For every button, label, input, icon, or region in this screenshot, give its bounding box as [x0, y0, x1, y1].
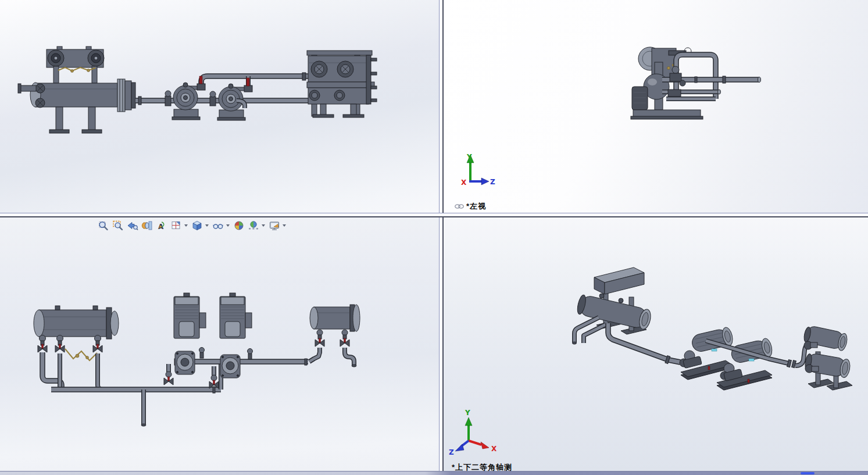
heat-exchanger-unit-plan	[34, 306, 119, 339]
pump-2-front	[217, 84, 248, 120]
zoom-to-area-icon	[112, 220, 124, 231]
view-settings-flyout-arrow[interactable]	[283, 224, 286, 227]
orientation-triad-dimetric: Y X Z	[449, 409, 497, 456]
previous-view-button[interactable]	[126, 219, 140, 233]
display-style-icon	[191, 220, 203, 231]
zoom-to-fit-icon	[98, 220, 109, 231]
hide-show-items-flyout-arrow[interactable]	[226, 224, 230, 227]
right-vessel-plan	[310, 305, 360, 347]
viewport-splitter-vertical[interactable]	[439, 0, 444, 475]
dimetric-view-model: Y X Z	[444, 217, 868, 475]
viewport-splitter-horizontal[interactable]	[0, 213, 868, 217]
left-view-model: X Y Z	[444, 0, 868, 213]
viewport-label-left-view: *左视	[455, 201, 486, 212]
view-orientation-button[interactable]	[169, 219, 183, 233]
section-view-icon	[141, 220, 153, 231]
orientation-triad-left-view: X Y Z	[461, 153, 495, 187]
view-orientation-icon	[170, 220, 182, 231]
edit-appearance-icon	[233, 220, 245, 231]
piping-plan	[42, 348, 356, 427]
motor-pump-2-plan	[220, 293, 252, 378]
dynamic-annotation-views-button[interactable]: A	[155, 219, 169, 233]
view-orientation-name: *左视	[466, 201, 486, 212]
top-view-model	[0, 217, 439, 475]
hide-show-items-icon	[212, 220, 224, 231]
previous-view-icon	[127, 220, 138, 231]
section-view-button[interactable]	[140, 219, 154, 233]
viewport-left-view[interactable]: X Y Z *左视	[444, 0, 868, 213]
vessel-valves-plan	[38, 335, 102, 361]
svg-text:Y: Y	[465, 409, 470, 417]
edit-appearance-button[interactable]	[232, 219, 246, 233]
apply-scene-flyout-arrow[interactable]	[262, 224, 265, 227]
view-settings-button[interactable]	[267, 219, 281, 233]
discharge-header-front	[197, 73, 317, 92]
svg-text:Z: Z	[490, 178, 495, 186]
dynamic-annotation-views-icon: A	[156, 220, 167, 231]
cad-four-view-window: X Y Z *左视	[0, 0, 868, 475]
svg-text:Z: Z	[449, 448, 454, 456]
apply-scene-icon	[248, 220, 259, 231]
linked-view-icon	[455, 203, 464, 209]
heat-exchanger-unit-iso	[573, 267, 653, 344]
skid-left-view	[631, 47, 703, 119]
hide-show-items-button[interactable]	[211, 219, 225, 233]
twin-vessel-rack-front	[307, 51, 377, 117]
bottom-scrollbar-thumb[interactable]	[801, 472, 815, 474]
zoom-to-area-button[interactable]	[111, 219, 125, 233]
viewport-front-view[interactable]	[0, 0, 439, 213]
svg-text:Y: Y	[466, 153, 472, 161]
display-style-flyout-arrow[interactable]	[205, 224, 209, 227]
piping-left-view	[662, 55, 761, 99]
svg-text:X: X	[461, 178, 467, 187]
svg-text:X: X	[491, 445, 497, 453]
zoom-to-fit-button[interactable]	[97, 219, 110, 233]
heads-up-view-toolbar: A	[97, 218, 288, 233]
front-view-model	[0, 0, 439, 213]
apply-scene-button[interactable]	[247, 219, 260, 233]
twin-vessel-rack-iso	[803, 325, 852, 390]
view-settings-icon	[269, 220, 280, 231]
viewport-dimetric-view[interactable]: Y X Z *上下二等角轴测	[444, 217, 868, 475]
viewport-top-view[interactable]: A	[0, 217, 439, 475]
display-style-button[interactable]	[190, 219, 204, 233]
window-bottom-edge	[0, 471, 868, 475]
heat-exchanger-unit-front	[18, 47, 135, 133]
view-orientation-flyout-arrow[interactable]	[184, 224, 188, 227]
